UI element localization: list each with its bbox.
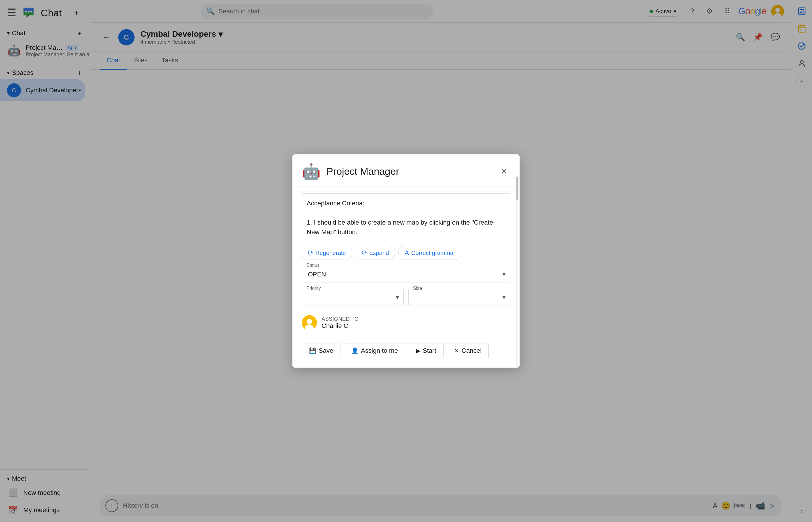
assign-to-me-button[interactable]: 👤 Assign to me (344, 343, 405, 358)
assigned-to-section: ASSIGNED TO Charlie C (302, 312, 510, 334)
project-manager-modal: 🤖 Project Manager ✕ Acceptance Criteria:… (292, 154, 520, 368)
size-label: Size (412, 286, 423, 291)
status-field-group: Status OPEN IN PROGRESS DONE CLOSED ▾ (302, 266, 510, 283)
expand-icon: ⟳ (362, 249, 367, 257)
priority-label: Priority (305, 286, 322, 291)
modal-textarea[interactable]: Acceptance Criteria: 1. I should be able… (302, 194, 510, 240)
correct-grammar-button[interactable]: A Correct grammar (399, 246, 461, 260)
modal-header: 🤖 Project Manager ✕ (292, 154, 520, 186)
modal-title: Project Manager (326, 166, 492, 177)
modal-scroll-thumb (516, 177, 519, 200)
correct-grammar-icon: A (405, 249, 409, 257)
expand-button[interactable]: ⟳ Expand (356, 246, 395, 260)
priority-field-group: LOW MEDIUM HIGH Priority ▾ (302, 289, 404, 306)
modal-scroll-track (516, 175, 519, 368)
modal-footer: 💾 Save 👤 Assign to me ▶ Start ✕ Cancel (302, 340, 510, 361)
modal-body: Acceptance Criteria: 1. I should be able… (292, 186, 520, 368)
assign-to-me-icon: 👤 (351, 347, 359, 354)
svg-point-14 (307, 319, 312, 324)
save-icon: 💾 (309, 347, 316, 354)
ai-actions: ⟳ Regenerate ⟳ Expand A Correct grammar (302, 246, 510, 260)
size-field-group: SMALL MEDIUM LARGE Size ▾ (408, 289, 510, 306)
regenerate-button[interactable]: ⟳ Regenerate (302, 246, 352, 260)
assigned-to-label: ASSIGNED TO (322, 316, 359, 322)
start-button[interactable]: ▶ Start (409, 343, 443, 358)
assigned-info: ASSIGNED TO Charlie C (322, 316, 359, 330)
status-select[interactable]: OPEN IN PROGRESS DONE CLOSED (302, 266, 510, 283)
assigned-to-name: Charlie C (322, 322, 359, 330)
start-icon: ▶ (416, 347, 420, 354)
cancel-button[interactable]: ✕ Cancel (447, 343, 489, 358)
cancel-icon: ✕ (454, 347, 459, 354)
modal-bot-icon: 🤖 (302, 163, 321, 180)
modal-overlay[interactable]: 🤖 Project Manager ✕ Acceptance Criteria:… (0, 0, 812, 522)
size-select[interactable]: SMALL MEDIUM LARGE (408, 289, 510, 306)
status-label: Status (305, 263, 321, 268)
priority-size-row: LOW MEDIUM HIGH Priority ▾ SMALL MEDIUM … (302, 289, 510, 306)
priority-select[interactable]: LOW MEDIUM HIGH (302, 289, 404, 306)
assigned-avatar (302, 315, 317, 330)
save-button[interactable]: 💾 Save (302, 343, 341, 358)
modal-close-button[interactable]: ✕ (498, 165, 510, 178)
regenerate-icon: ⟳ (308, 249, 313, 257)
